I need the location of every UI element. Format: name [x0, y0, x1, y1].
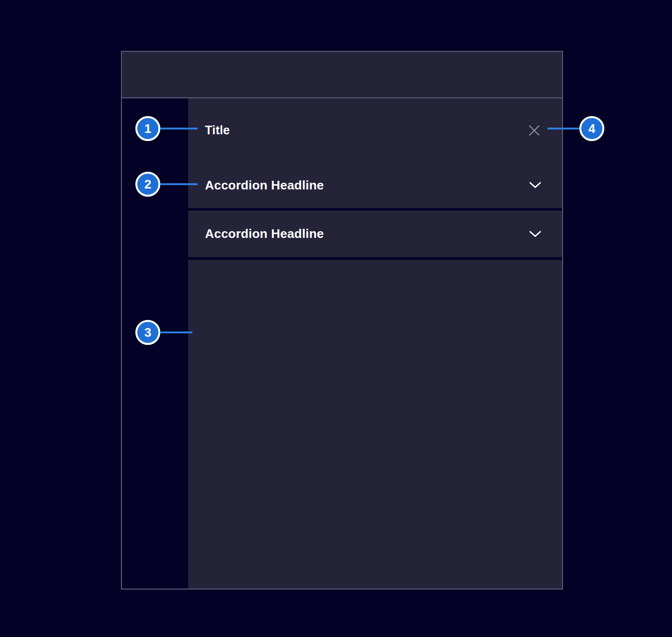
callout-line-2 [160, 183, 198, 185]
x-close-icon [528, 124, 540, 137]
left-spacer-column [122, 98, 188, 589]
callout-badge-2: 2 [135, 172, 160, 197]
dialog-title-row: Title [188, 98, 562, 162]
chevron-down-icon [529, 230, 541, 238]
chevron-down-icon [529, 181, 541, 189]
callout-number: 1 [144, 121, 151, 136]
accordion-header[interactable]: Accordion Headline [188, 162, 562, 208]
dialog-frame: Title Accordion Headline [121, 51, 563, 590]
callout-badge-4: 4 [579, 116, 604, 141]
callout-line-1 [160, 128, 198, 130]
callout-badge-3: 3 [135, 320, 160, 345]
callout-line-4 [547, 128, 579, 130]
dialog-header-band [122, 52, 562, 98]
dialog-top-section: Title Accordion Headline [188, 98, 562, 208]
accordion-headline: Accordion Headline [205, 178, 324, 193]
dialog-title: Title [205, 123, 230, 137]
callout-number: 2 [144, 177, 151, 192]
callout-number: 4 [588, 121, 595, 136]
accordion-headline: Accordion Headline [205, 226, 324, 241]
dialog-body: Title Accordion Headline [122, 98, 562, 589]
accordion-header[interactable]: Accordion Headline [188, 211, 562, 257]
dialog-panel: Title Accordion Headline [188, 98, 562, 589]
dialog-content-area [188, 260, 562, 589]
callout-line-3 [160, 331, 192, 333]
callout-badge-1: 1 [135, 116, 160, 141]
page-canvas: Title Accordion Headline [0, 0, 672, 637]
close-button[interactable] [527, 123, 541, 138]
callout-number: 3 [144, 325, 151, 340]
